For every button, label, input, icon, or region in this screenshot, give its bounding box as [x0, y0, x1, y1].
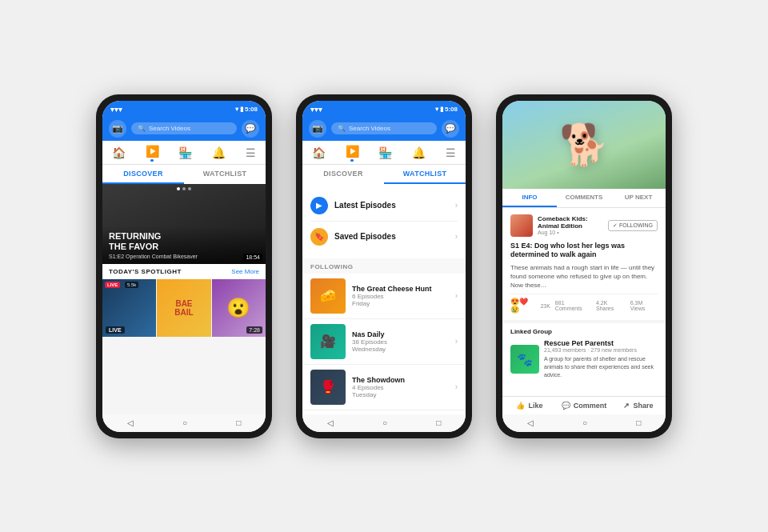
- video-icon-1: ▶️: [146, 145, 159, 158]
- battery-icon: ▮: [240, 106, 243, 113]
- nav-video-1[interactable]: ▶️: [146, 145, 159, 162]
- status-icons-1: ▾ ▮ 5:08: [235, 106, 258, 113]
- video-icon-2: ▶️: [346, 145, 359, 158]
- nav-icons-1: 🏠 ▶️ 🏪 🔔 ☰: [102, 141, 266, 165]
- time-2: 5:08: [445, 106, 458, 113]
- messenger-icon-2[interactable]: 💬: [442, 120, 459, 138]
- spotlight-label-1: TODAY'S SPOTLIGHT: [109, 268, 182, 275]
- hero-video-1[interactable]: RETURNING THE FAVOR S1:E2 Operation Comb…: [102, 184, 266, 264]
- nav-notif-2[interactable]: 🔔: [412, 146, 426, 159]
- thumb-bae-1[interactable]: BAE BAIL: [157, 279, 210, 337]
- tab-comments-3[interactable]: COMMENTS: [557, 189, 611, 207]
- show-info-showdown: The Showdown 4 Episodes Tuesday: [352, 376, 455, 398]
- tab-watchlist-2[interactable]: WATCHLIST: [384, 165, 466, 184]
- search-icon-2: 🔍: [338, 125, 346, 132]
- tab-watchlist-1[interactable]: WATCHLIST: [184, 165, 266, 184]
- home-btn-2[interactable]: ○: [382, 418, 387, 427]
- phone-2-screen: ▾▾▾ ▾ ▮ 5:08 📷 🔍 Search Videos 💬 🏠: [302, 101, 466, 432]
- tab-discover-2[interactable]: DISCOVER: [302, 165, 384, 184]
- pages-icon-2: 🏪: [378, 146, 392, 159]
- see-more-1[interactable]: See More: [231, 268, 259, 275]
- thumb-3-1[interactable]: 😮 7:28: [212, 279, 266, 337]
- tab-upnext-3[interactable]: UP NEXT: [611, 189, 666, 207]
- hero-bg-1: RETURNING THE FAVOR S1:E2 Operation Comb…: [102, 184, 266, 264]
- home-btn-3[interactable]: ○: [582, 418, 587, 427]
- hero-dots-1: [177, 187, 191, 190]
- dot-2: [182, 187, 186, 190]
- recents-btn-2[interactable]: □: [436, 418, 441, 427]
- latest-episodes-left: ▶ Latest Episodes: [310, 197, 396, 214]
- show-row-cheese[interactable]: 🧀 The Great Cheese Hunt 6 Episodes Frida…: [302, 274, 466, 319]
- cheese-emoji: 🧀: [310, 278, 346, 314]
- show-meta-3: Comeback Kids: Animal Edition Aug 10 •: [538, 215, 603, 235]
- comment-btn-3[interactable]: 💬 Comment: [557, 402, 611, 410]
- like-btn-3[interactable]: 👍 Like: [502, 402, 557, 410]
- show-day-nas: Wednesday: [352, 346, 455, 353]
- like-label-3: Like: [528, 402, 542, 410]
- show-day-showdown: Tuesday: [352, 391, 455, 398]
- nav-pages-1[interactable]: 🏪: [178, 146, 192, 159]
- tab-info-3[interactable]: INFO: [502, 189, 557, 207]
- camera-icon-2[interactable]: 📷: [309, 120, 326, 138]
- phone-3: 🐕 INFO COMMENTS UP NEXT Comeback Kids: A…: [496, 94, 672, 438]
- content-2: ▶ Latest Episodes › 🔖 Saved Episodes: [302, 184, 466, 414]
- recents-btn-1[interactable]: □: [236, 418, 241, 427]
- latest-episodes-row[interactable]: ▶ Latest Episodes ›: [310, 190, 458, 222]
- menu-icon-1: ☰: [246, 146, 256, 159]
- content-1: RETURNING THE FAVOR S1:E2 Operation Comb…: [102, 184, 266, 414]
- nav-menu-1[interactable]: ☰: [246, 146, 256, 159]
- show-thumb-small-3: [510, 214, 533, 237]
- active-dot-1: [150, 159, 154, 162]
- live-badge-1: LIVE: [105, 282, 120, 288]
- share-label-3: Share: [633, 402, 653, 410]
- phone-1-wrapper: ▾▾▾ ▾ ▮ 5:08 📷 🔍 Search Videos 💬: [96, 94, 272, 438]
- nav-notif-1[interactable]: 🔔: [212, 146, 226, 159]
- reaction-row-3: 😍❤️😢 23K 881 Comments 4.2K Shares 6.3M V…: [510, 294, 658, 314]
- following-header-2: FOLLOWING: [302, 258, 466, 274]
- nav-home-1[interactable]: 🏠: [112, 146, 126, 159]
- play-icon-latest: ▶: [316, 201, 322, 210]
- show-meta-date-3: Aug 10 •: [538, 230, 603, 235]
- search-placeholder-2: Search Videos: [349, 125, 390, 132]
- bottom-nav-3: ◁ ○ □: [502, 414, 666, 432]
- show-thumb-nas: 🎥: [310, 324, 346, 359]
- show-info-nas: Nas Daily 38 Episodes Wednesday: [352, 330, 455, 353]
- messenger-icon-1[interactable]: 💬: [242, 120, 259, 138]
- nav-pages-2[interactable]: 🏪: [378, 146, 392, 159]
- linked-group-3: Linked Group 🐾 Rescue Pet Parentst 21,49…: [502, 320, 666, 395]
- show-row-small-3: Comeback Kids: Animal Edition Aug 10 • ✓…: [510, 214, 658, 237]
- wifi-icon-2: ▾: [435, 106, 438, 113]
- saved-chevron: ›: [455, 232, 458, 241]
- show-episodes-cheese: 6 Episodes: [352, 293, 455, 300]
- nas-emoji: 🎥: [310, 324, 346, 359]
- tab-discover-1[interactable]: DISCOVER: [102, 165, 184, 184]
- show-name-showdown: The Showdown: [352, 376, 455, 384]
- back-btn-2[interactable]: ◁: [327, 418, 334, 427]
- nav-menu-2[interactable]: ☰: [446, 146, 456, 159]
- back-btn-1[interactable]: ◁: [127, 418, 134, 427]
- nav-icons-2: 🏠 ▶️ 🏪 🔔 ☰: [302, 141, 466, 165]
- following-btn-3[interactable]: ✓ FOLLOWING: [608, 220, 658, 231]
- share-btn-3[interactable]: ↗ Share: [611, 402, 666, 410]
- nav-video-2[interactable]: ▶️: [346, 145, 359, 162]
- nav-home-2[interactable]: 🏠: [312, 146, 326, 159]
- camera-icon-1[interactable]: 📷: [109, 120, 126, 138]
- thumb-live-1[interactable]: LIVE LIVE 5.5k: [102, 279, 156, 337]
- phone-3-wrapper: 🐕 INFO COMMENTS UP NEXT Comeback Kids: A…: [496, 94, 672, 438]
- status-icons-2: ▾ ▮ 5:08: [435, 106, 458, 113]
- saved-episodes-label: Saved Episodes: [334, 232, 396, 241]
- group-desc-3: A group for parents of shelter and rescu…: [544, 355, 658, 378]
- recents-btn-3[interactable]: □: [636, 418, 641, 427]
- search-bar-1[interactable]: 🔍 Search Videos: [131, 122, 237, 134]
- pages-icon-1: 🏪: [178, 146, 192, 159]
- saved-episodes-row[interactable]: 🔖 Saved Episodes ›: [310, 222, 458, 252]
- phone-1: ▾▾▾ ▾ ▮ 5:08 📷 🔍 Search Videos 💬: [96, 94, 272, 438]
- search-bar-2[interactable]: 🔍 Search Videos: [331, 122, 437, 134]
- phone-2-wrapper: ▾▾▾ ▾ ▮ 5:08 📷 🔍 Search Videos 💬 🏠: [296, 94, 472, 438]
- show-row-nas[interactable]: 🎥 Nas Daily 38 Episodes Wednesday ›: [302, 319, 466, 365]
- show-row-showdown[interactable]: 🥊 The Showdown 4 Episodes Tuesday ›: [302, 365, 466, 410]
- back-btn-3[interactable]: ◁: [527, 418, 534, 427]
- thumb-grid-1: LIVE LIVE 5.5k BAE BAIL 😮: [102, 279, 266, 337]
- home-btn-1[interactable]: ○: [182, 418, 187, 427]
- group-members-3: 21,493 members · 279 new members: [544, 347, 658, 353]
